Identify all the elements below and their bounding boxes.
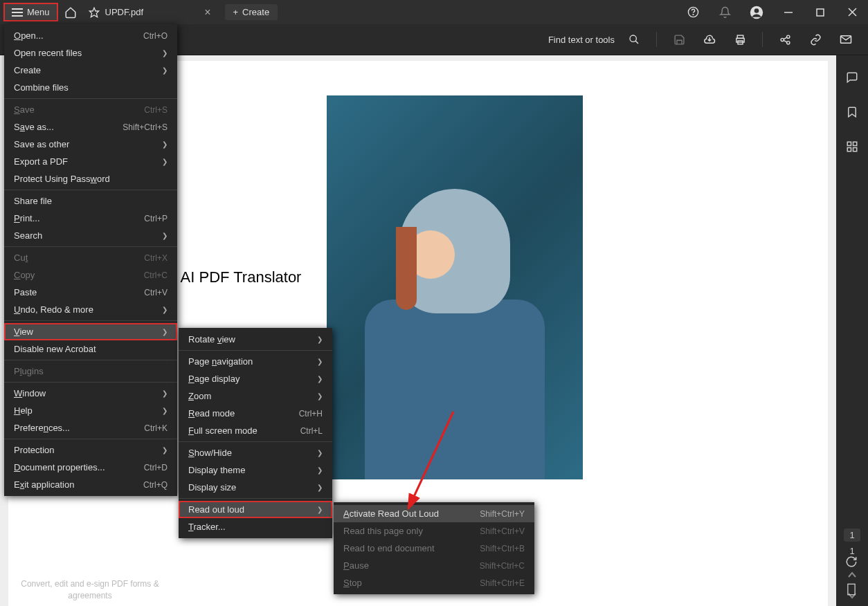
bottom-promo-text: Convert, edit and e-sign PDF forms & agr…: [14, 578, 166, 602]
tab-close-icon[interactable]: ×: [204, 6, 210, 19]
submenu-arrow-icon: ❯: [317, 392, 323, 400]
main-menu-label: Protection: [14, 445, 55, 455]
main-menu-item[interactable]: Combine files: [4, 79, 177, 96]
view-menu-item[interactable]: Page display❯: [179, 370, 332, 387]
page-current[interactable]: 1: [844, 529, 860, 542]
create-button[interactable]: + Create: [225, 4, 278, 20]
search-icon[interactable]: [623, 28, 645, 50]
search-text[interactable]: Find text or tools: [548, 35, 615, 45]
account-icon[interactable]: [741, 1, 772, 24]
view-menu-item[interactable]: Display size❯: [179, 479, 332, 496]
help-icon[interactable]: [677, 1, 709, 24]
svg-point-15: [786, 35, 789, 38]
main-menu-item[interactable]: Open recent files❯: [4, 44, 177, 62]
main-menu-item[interactable]: Protection❯: [4, 441, 177, 459]
main-menu-item[interactable]: Create❯: [4, 62, 177, 79]
main-menu-item[interactable]: PasteCtrl+V: [4, 284, 177, 301]
svg-point-2: [693, 15, 694, 15]
svg-point-14: [781, 38, 784, 41]
link-icon[interactable]: [804, 28, 826, 50]
main-menu-item[interactable]: Search❯: [4, 227, 177, 244]
refresh-icon[interactable]: [840, 551, 862, 573]
main-menu-label: Cut: [14, 252, 28, 263]
read-menu-shortcut: Shift+Ctrl+B: [480, 544, 525, 553]
submenu-arrow-icon: ❯: [317, 466, 323, 474]
main-menu: Open...Ctrl+OOpen recent files❯Create❯Co…: [4, 24, 177, 496]
bookmark-panel-icon[interactable]: [840, 101, 865, 123]
view-menu-item[interactable]: Show/Hide❯: [179, 444, 332, 461]
main-menu-item[interactable]: Help❯: [4, 402, 177, 419]
read-menu-item[interactable]: Activate Read Out LoudShift+Ctrl+Y: [334, 505, 534, 522]
read-out-loud-submenu: Activate Read Out LoudShift+Ctrl+YRead t…: [334, 502, 534, 594]
main-menu-item[interactable]: Share file: [4, 192, 177, 210]
view-menu-item[interactable]: Zoom❯: [179, 387, 332, 405]
main-menu-item[interactable]: Export a PDF❯: [4, 153, 177, 170]
main-menu-item[interactable]: Open...Ctrl+O: [4, 27, 177, 44]
close-window-icon[interactable]: [836, 1, 868, 24]
main-menu-shortcut: Ctrl+P: [144, 214, 168, 223]
main-menu-item[interactable]: Window❯: [4, 385, 177, 402]
svg-rect-27: [853, 142, 857, 145]
main-menu-item[interactable]: Exit applicationCtrl+Q: [4, 476, 177, 493]
view-menu-item[interactable]: Page navigation❯: [179, 353, 332, 370]
main-menu-label: Search: [14, 230, 42, 241]
main-menu-label: Protect Using Password: [14, 174, 110, 184]
maximize-icon[interactable]: [804, 1, 836, 24]
svg-line-17: [784, 37, 787, 39]
read-menu-shortcut: Shift+Ctrl+C: [480, 561, 525, 571]
main-menu-item[interactable]: Protect Using Password: [4, 170, 177, 187]
view-menu-item[interactable]: Tracker...: [179, 518, 332, 535]
share-icon[interactable]: [774, 28, 796, 50]
view-menu-item[interactable]: Rotate view❯: [179, 331, 332, 348]
read-menu-label: Activate Read Out Loud: [343, 508, 439, 519]
submenu-arrow-icon: ❯: [317, 336, 323, 343]
svg-rect-28: [847, 148, 851, 152]
main-menu-item[interactable]: Disable new Acrobat: [4, 340, 177, 358]
svg-rect-26: [847, 142, 851, 145]
toolbar-divider: [762, 32, 763, 47]
main-menu-item[interactable]: Preferences...Ctrl+K: [4, 419, 177, 437]
page-mode-icon[interactable]: [840, 578, 862, 600]
chat-panel-icon[interactable]: [840, 66, 865, 89]
read-menu-item: PauseShift+Ctrl+C: [334, 557, 534, 574]
main-menu-label: Copy: [14, 270, 35, 280]
bell-icon[interactable]: [709, 1, 741, 24]
cloud-icon[interactable]: [698, 28, 721, 50]
minimize-icon[interactable]: [772, 1, 804, 24]
view-menu-item[interactable]: Read modeCtrl+H: [179, 405, 332, 422]
view-menu-label: Tracker...: [188, 522, 226, 532]
svg-point-16: [786, 41, 789, 44]
main-menu-label: Disable new Acrobat: [14, 344, 96, 354]
main-menu-item[interactable]: View❯: [4, 323, 177, 340]
svg-rect-6: [817, 9, 824, 16]
view-menu-item[interactable]: Read out loud❯: [179, 501, 332, 518]
main-menu-label: Share file: [14, 196, 52, 206]
thumbnails-panel-icon[interactable]: [840, 136, 865, 158]
read-menu-shortcut: Shift+Ctrl+E: [480, 578, 525, 588]
main-menu-shortcut: Shift+Ctrl+S: [123, 122, 168, 132]
mail-icon[interactable]: [835, 28, 857, 50]
main-menu-label: View: [14, 327, 33, 337]
view-menu-label: Full screen mode: [188, 425, 257, 436]
main-menu-item: CopyCtrl+C: [4, 266, 177, 284]
svg-line-10: [635, 41, 638, 44]
main-menu-item[interactable]: Document properties...Ctrl+D: [4, 459, 177, 476]
print-icon[interactable]: [729, 28, 751, 50]
main-menu-item[interactable]: Save as...Shift+Ctrl+S: [4, 118, 177, 136]
main-menu-label: Exit application: [14, 479, 74, 490]
document-tab[interactable]: UPDF.pdf ×: [82, 0, 218, 24]
main-menu-item[interactable]: Save as other❯: [4, 136, 177, 153]
main-menu-label: Combine files: [14, 82, 69, 93]
read-menu-shortcut: Shift+Ctrl+Y: [480, 509, 525, 519]
home-icon[interactable]: [60, 1, 82, 24]
svg-rect-30: [848, 584, 855, 594]
main-menu-item[interactable]: Print...Ctrl+P: [4, 210, 177, 227]
submenu-arrow-icon: ❯: [317, 449, 323, 457]
save-icon[interactable]: [668, 28, 690, 50]
main-menu-item[interactable]: Undo, Redo & more❯: [4, 301, 177, 318]
view-menu-item[interactable]: Display theme❯: [179, 461, 332, 479]
menu-button[interactable]: Menu: [3, 3, 58, 21]
view-menu-item[interactable]: Full screen modeCtrl+L: [179, 422, 332, 439]
hamburger-icon: [12, 8, 23, 17]
read-menu-label: Read this page only: [343, 526, 423, 536]
